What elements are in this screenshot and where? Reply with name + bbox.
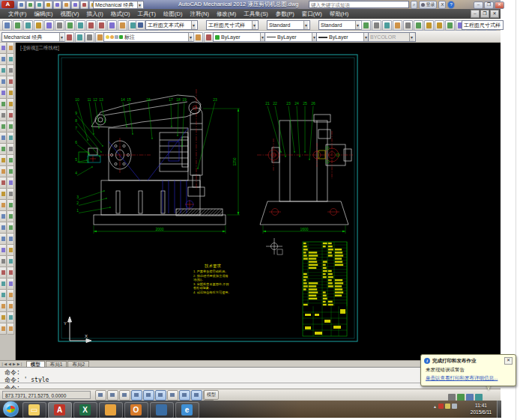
table-icon[interactable] bbox=[0, 301, 7, 312]
multiline-text-icon[interactable] bbox=[0, 290, 7, 301]
new-icon[interactable] bbox=[17, 1, 25, 9]
table-style-combo[interactable]: Standard▾ bbox=[267, 20, 310, 30]
publish-icon[interactable] bbox=[55, 20, 64, 31]
rectangle-icon[interactable] bbox=[0, 110, 7, 121]
hidden-icons-chevron[interactable]: ▲ bbox=[433, 404, 437, 409]
workspace-settings-icon[interactable] bbox=[64, 32, 74, 43]
taskbar-folder-button[interactable] bbox=[99, 402, 123, 419]
mdi-close-button[interactable]: ✕ bbox=[490, 10, 499, 18]
properties-icon[interactable] bbox=[80, 1, 88, 9]
menu-插入I[interactable]: 插入(I) bbox=[83, 10, 107, 18]
fillet-icon[interactable] bbox=[7, 222, 14, 234]
infocenter-search-input[interactable] bbox=[309, 1, 409, 8]
point-icon[interactable] bbox=[0, 211, 7, 222]
power-dimension-icon[interactable] bbox=[7, 323, 14, 335]
trim-icon[interactable] bbox=[7, 155, 14, 166]
menu-绘图D[interactable]: 绘图(D) bbox=[160, 10, 186, 18]
balloon-details-link[interactable]: 单击以查看打印和发布详细信息... bbox=[426, 375, 498, 382]
dyn-toggle[interactable] bbox=[179, 390, 190, 401]
extend-icon[interactable] bbox=[7, 166, 14, 177]
search-icon[interactable]: ⌕ bbox=[411, 1, 417, 9]
align-icon[interactable] bbox=[7, 256, 14, 267]
offset-icon[interactable] bbox=[7, 76, 14, 88]
menu-文件F[interactable]: 文件(F) bbox=[4, 10, 31, 18]
menu-编辑E[interactable]: 编辑(E) bbox=[31, 10, 57, 18]
line-icon[interactable] bbox=[0, 43, 7, 54]
menu-帮助H[interactable]: 帮助(H) bbox=[326, 10, 352, 18]
wipeout-icon[interactable] bbox=[0, 256, 7, 267]
lengthen-icon[interactable] bbox=[7, 144, 14, 155]
join-icon[interactable] bbox=[7, 200, 14, 211]
save-icon[interactable] bbox=[23, 20, 33, 31]
right-style-combo[interactable]: 工程图尺寸式样 bbox=[462, 20, 504, 30]
exchange-apps-button[interactable]: X bbox=[438, 1, 446, 9]
explode-icon[interactable] bbox=[7, 245, 14, 256]
ellipse-arc-icon[interactable] bbox=[0, 177, 7, 189]
otrack-toggle[interactable] bbox=[155, 390, 166, 401]
dim-angular-icon[interactable] bbox=[382, 20, 392, 31]
revision-cloud-icon[interactable] bbox=[0, 267, 7, 279]
dim-baseline-icon[interactable] bbox=[445, 20, 455, 31]
polygon-icon[interactable] bbox=[0, 99, 7, 110]
workspace-combo[interactable]: Mechanical 经典▾ bbox=[1, 32, 66, 42]
gradient-icon[interactable] bbox=[0, 234, 7, 245]
signin-button[interactable]: 登录 bbox=[419, 1, 437, 9]
match-properties-icon[interactable] bbox=[97, 20, 106, 31]
polar-toggle[interactable] bbox=[131, 390, 142, 401]
copy-icon[interactable] bbox=[76, 20, 85, 31]
dim-linear-icon[interactable] bbox=[361, 20, 371, 31]
taskbar-autocad-button[interactable]: A bbox=[48, 402, 72, 419]
dim-aligned-icon[interactable] bbox=[372, 20, 381, 31]
power-erase-icon[interactable] bbox=[7, 301, 14, 312]
tab-last-icon[interactable]: ▶❘ bbox=[17, 362, 23, 366]
lineweight-toggle[interactable] bbox=[191, 390, 202, 401]
make-block-icon[interactable] bbox=[0, 200, 7, 211]
viewport-control-label[interactable]: [-][俯视][二维线框] bbox=[20, 45, 59, 52]
erase-icon[interactable] bbox=[7, 43, 14, 54]
edit-polyline-icon[interactable] bbox=[7, 267, 14, 279]
edit-spline-icon[interactable] bbox=[7, 279, 14, 290]
spline-icon[interactable] bbox=[0, 155, 7, 166]
menu-修改M[interactable]: 修改(M) bbox=[213, 10, 240, 18]
array-icon[interactable] bbox=[7, 88, 14, 99]
break-icon[interactable] bbox=[7, 189, 14, 200]
plot-icon[interactable] bbox=[34, 20, 43, 31]
menu-工具集S[interactable]: 工具集(S) bbox=[240, 10, 272, 18]
taskbar-ie-button[interactable]: e bbox=[175, 402, 199, 419]
color-combo[interactable]: ByLayer▾ bbox=[213, 32, 267, 42]
grid-toggle[interactable] bbox=[107, 390, 118, 401]
open-icon[interactable] bbox=[13, 20, 22, 31]
insert-block-icon[interactable] bbox=[0, 189, 7, 200]
dim-arc-length-icon[interactable] bbox=[393, 20, 402, 31]
region-icon[interactable] bbox=[0, 245, 7, 256]
divide-icon[interactable] bbox=[0, 312, 7, 323]
arc-icon[interactable] bbox=[0, 121, 7, 133]
taskbar-excel-button[interactable]: X bbox=[73, 402, 97, 419]
mleader-style-combo[interactable]: Standard▾ bbox=[318, 20, 362, 30]
coordinates-readout[interactable]: 873.7371, 271.5275, 0.0000 bbox=[2, 391, 91, 399]
dim-radius-icon[interactable] bbox=[403, 20, 413, 31]
tab-prev-icon[interactable]: ◀ bbox=[8, 362, 11, 366]
dim-jogged-icon[interactable] bbox=[435, 20, 444, 31]
autocad-logo-icon[interactable]: A bbox=[1, 1, 14, 8]
undo-icon[interactable] bbox=[53, 1, 61, 9]
text-style-combo[interactable]: 工程图文本式样▾ bbox=[145, 20, 198, 30]
mirror-icon[interactable] bbox=[7, 65, 14, 76]
osnap-toggle[interactable] bbox=[143, 390, 154, 401]
new-icon[interactable] bbox=[2, 20, 12, 31]
break-at-point-icon[interactable] bbox=[7, 177, 14, 189]
menu-参数P[interactable]: 参数(P) bbox=[272, 10, 298, 18]
undo-icon[interactable] bbox=[107, 20, 117, 31]
mdi-restore-button[interactable]: ❐ bbox=[480, 10, 489, 18]
text-icon[interactable] bbox=[0, 279, 7, 290]
dim-style-combo[interactable]: 工程图尺寸式样▾ bbox=[206, 20, 259, 30]
menu-工具T[interactable]: 工具(T) bbox=[134, 10, 160, 18]
ducs-toggle[interactable] bbox=[167, 390, 178, 401]
lineweight-combo[interactable]: ByLayer▾ bbox=[316, 32, 370, 42]
start-button[interactable] bbox=[3, 401, 19, 417]
dim-ordinate-icon[interactable] bbox=[424, 20, 434, 31]
ellipse-icon[interactable] bbox=[0, 166, 7, 177]
redo-icon[interactable] bbox=[118, 20, 127, 31]
polyline-icon[interactable] bbox=[0, 76, 7, 88]
measure-icon[interactable] bbox=[0, 323, 7, 335]
